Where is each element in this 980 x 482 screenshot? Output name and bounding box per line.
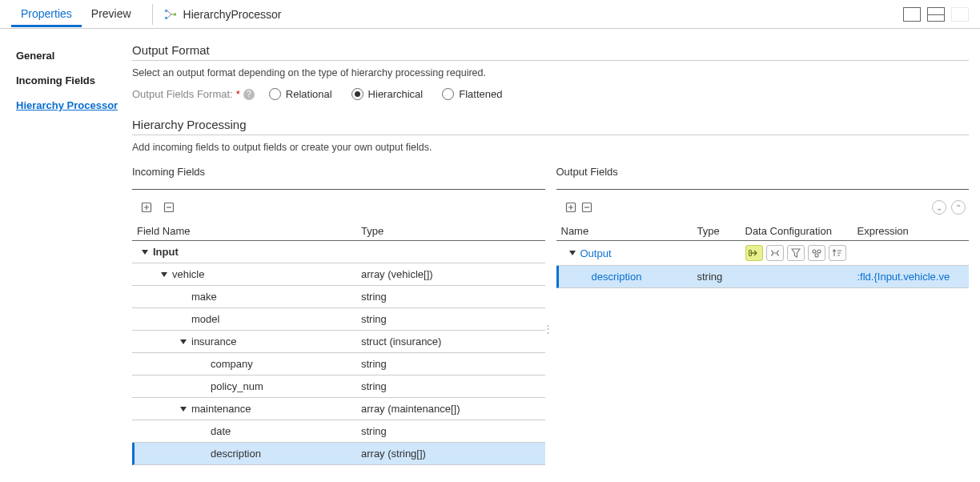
panel-split-icon[interactable] <box>927 7 945 22</box>
field-type: array (string[]) <box>361 448 540 460</box>
field-type: array (vehicle[]) <box>361 268 540 280</box>
svg-rect-0 <box>165 10 167 12</box>
radio-relational[interactable]: Relational <box>269 88 332 100</box>
hierarchy-processing-title: Hierarchy Processing <box>132 113 969 135</box>
output-format-label: Output Fields Format: <box>132 88 233 100</box>
incoming-field-row[interactable]: Input <box>132 241 545 263</box>
sort-icon[interactable] <box>829 245 846 261</box>
join-icon[interactable] <box>766 245 784 261</box>
sidebar-item-hierarchy-processor[interactable]: Hierarchy Processor <box>16 93 132 118</box>
expand-all-icon[interactable] <box>139 199 155 215</box>
sidebar-item-incoming-fields[interactable]: Incoming Fields <box>16 68 132 93</box>
caret-icon[interactable] <box>569 251 576 255</box>
radio-flattened[interactable]: Flattened <box>442 88 502 100</box>
caret-icon[interactable] <box>180 339 187 344</box>
field-type: string <box>361 380 540 392</box>
radio-icon <box>269 88 281 100</box>
field-name: company <box>211 358 253 370</box>
data-source-icon[interactable] <box>745 245 763 261</box>
radio-hierarchical[interactable]: Hierarchical <box>351 88 424 100</box>
output-format-desc: Select an output format depending on the… <box>132 67 969 78</box>
required-asterisk: * <box>236 88 240 100</box>
collapse-all-icon[interactable] <box>579 199 595 215</box>
field-type: string <box>361 425 540 437</box>
field-name: insurance <box>191 335 236 347</box>
svg-point-8 <box>813 250 816 253</box>
svg-point-9 <box>817 250 821 253</box>
incoming-fields-panel: Incoming Fields Field Name Type Inputveh… <box>132 163 545 465</box>
col-type: Type <box>361 225 540 237</box>
col-field-name: Field Name <box>137 225 361 237</box>
incoming-field-row[interactable]: vehiclearray (vehicle[]) <box>132 263 545 286</box>
hierarchy-processing-desc: Add incoming fields to output fields or … <box>132 142 969 153</box>
col-data-config: Data Configuration <box>745 225 858 237</box>
processor-icon <box>164 8 177 21</box>
incoming-table-header: Field Name Type <box>132 222 545 241</box>
filter-icon[interactable] <box>787 245 805 261</box>
col-type: Type <box>697 225 745 237</box>
svg-point-10 <box>815 254 818 257</box>
caret-icon[interactable] <box>161 272 167 277</box>
caret-icon[interactable] <box>142 250 148 255</box>
radio-label: Relational <box>286 88 332 100</box>
output-field-name[interactable]: description <box>592 271 642 283</box>
incoming-field-row[interactable]: datestring <box>132 420 545 443</box>
field-type: string <box>361 291 540 303</box>
field-type: array (maintenance[]) <box>361 403 540 415</box>
processor-name: HierarchyProcessor <box>183 8 282 21</box>
incoming-field-row[interactable]: insurancestruct (insurance) <box>132 331 545 353</box>
chevron-down-icon[interactable]: ⌄ <box>932 200 946 215</box>
field-name: vehicle <box>172 268 204 280</box>
incoming-field-row[interactable]: policy_numstring <box>132 376 545 398</box>
panel-resize-handle[interactable]: ⋮ <box>543 323 553 335</box>
radio-label: Flattened <box>459 88 502 100</box>
incoming-field-row[interactable]: descriptionarray (string[]) <box>132 443 545 465</box>
incoming-field-row[interactable]: maintenancearray (maintenance[]) <box>132 398 545 420</box>
incoming-fields-title: Incoming Fields <box>132 163 545 184</box>
svg-rect-2 <box>174 13 176 15</box>
output-table-header: Name Type Data Configuration Expression <box>556 222 970 241</box>
field-type: string <box>361 313 540 325</box>
field-name: Input <box>153 246 179 258</box>
sidebar-item-general[interactable]: General <box>16 43 132 68</box>
expand-all-icon[interactable] <box>563 199 579 215</box>
tab-properties[interactable]: Properties <box>11 1 82 27</box>
output-root-name[interactable]: Output <box>580 247 612 259</box>
radio-label: Hierarchical <box>368 88 424 100</box>
field-type: struct (insurance) <box>361 335 540 347</box>
incoming-field-row[interactable]: modelstring <box>132 308 545 331</box>
group-icon[interactable] <box>808 245 825 261</box>
caret-icon[interactable] <box>180 407 187 412</box>
col-expression: Expression <box>858 225 965 237</box>
svg-rect-1 <box>165 17 167 19</box>
field-type: string <box>361 358 540 370</box>
panel-single-icon[interactable] <box>903 7 921 22</box>
panel-max-icon[interactable] <box>951 7 969 22</box>
output-field-type: string <box>697 271 745 283</box>
field-name: description <box>211 448 261 460</box>
help-icon[interactable]: ? <box>243 89 255 100</box>
output-format-title: Output Format <box>132 38 969 61</box>
divider <box>152 4 153 25</box>
chevron-up-icon[interactable]: ⌃ <box>951 200 966 215</box>
field-name: model <box>191 313 219 325</box>
output-field-expression[interactable]: :fld.{Input.vehicle.ve <box>858 271 965 283</box>
field-name: make <box>191 291 217 303</box>
incoming-field-row[interactable]: makestring <box>132 286 545 308</box>
output-root-row[interactable]: Output <box>556 241 970 266</box>
output-fields-panel: Output Fields ⌄ ⌃ Name Type <box>556 163 970 465</box>
hr <box>132 189 545 190</box>
panel-layout-controls <box>903 7 969 22</box>
collapse-all-icon[interactable] <box>161 199 177 215</box>
field-name: policy_num <box>211 380 263 392</box>
output-field-row[interactable]: descriptionstring:fld.{Input.vehicle.ve <box>556 266 970 288</box>
output-fields-title: Output Fields <box>556 163 970 184</box>
incoming-field-row[interactable]: companystring <box>132 353 545 376</box>
field-name: date <box>211 425 231 437</box>
tab-preview[interactable]: Preview <box>82 1 141 27</box>
col-name: Name <box>561 225 697 237</box>
radio-icon <box>351 88 363 100</box>
top-tabs: Properties Preview <box>11 1 141 27</box>
sidebar: General Incoming Fields Hierarchy Proces… <box>0 29 132 465</box>
hr <box>556 189 970 190</box>
